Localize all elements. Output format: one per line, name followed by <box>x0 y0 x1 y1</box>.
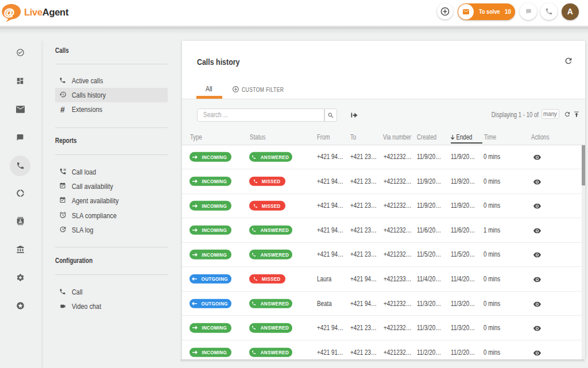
svg-text:@: @ <box>4 6 15 18</box>
